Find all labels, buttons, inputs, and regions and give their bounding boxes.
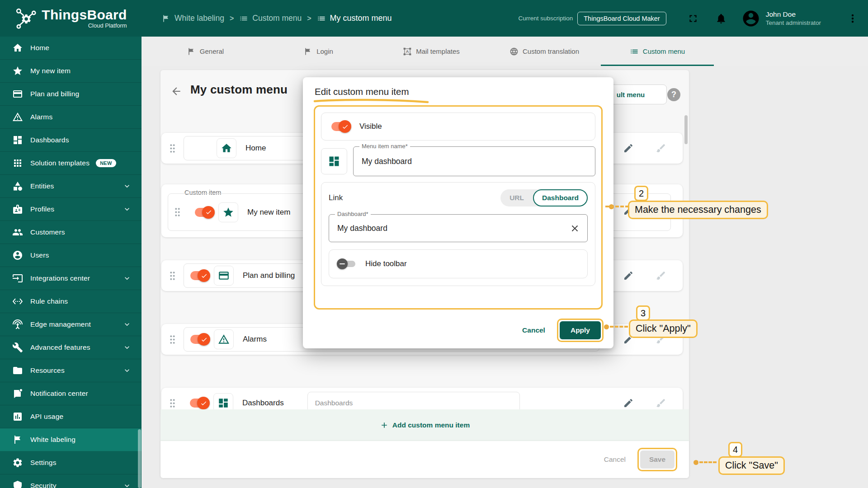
add-custom-menu-item-button[interactable]: Add custom menu item [160,409,689,441]
menu-row-label: Dashboards [242,399,284,408]
visible-toggle[interactable] [190,271,208,280]
fullscreen-icon[interactable] [687,13,699,24]
drag-handle-icon[interactable] [170,271,175,281]
form-annotation-ring: Visible Menu item name* My dashboard Lin… [314,105,603,310]
subscription-chip[interactable]: ThingsBoard Cloud Maker [577,12,666,25]
visible-toggle[interactable] [190,399,208,408]
sidebar-item-notification-center[interactable]: Notification center [0,382,142,405]
breadcrumb-separator: > [307,14,311,23]
brush-icon[interactable] [656,143,666,154]
flag-icon [187,47,196,56]
cancel-button[interactable]: Cancel [604,455,626,464]
tab-custom-menu[interactable]: Custom menu [601,37,714,66]
sheet-footer: Cancel Save [160,441,689,478]
drag-handle-icon[interactable] [175,207,180,217]
visible-toggle[interactable] [190,335,208,344]
new-badge: NEW [96,159,116,167]
sidebar-item-home[interactable]: Home [0,37,142,60]
drag-handle-icon[interactable] [170,399,175,408]
antenna-icon [12,319,23,330]
globe-icon [509,47,519,56]
list-icon [630,47,639,56]
category-icon [12,181,23,192]
visible-toggle[interactable] [195,208,213,217]
dashboard-icon [328,155,340,168]
credit-card-icon[interactable] [214,266,234,286]
sidebar-item-api-usage[interactable]: API usage [0,405,142,428]
sidebar-item-security[interactable]: Security [0,474,142,488]
sidebar: Home My new item Plan and billing Alarms… [0,37,142,488]
star-icon[interactable] [218,202,238,222]
sidebar-scrollbar[interactable] [138,429,141,488]
breadcrumb-white-labeling[interactable]: White labeling [161,14,224,23]
breadcrumb-my-custom-menu[interactable]: My custom menu [317,14,392,23]
sidebar-item-settings[interactable]: Settings [0,451,142,474]
sidebar-item-white-labeling[interactable]: White labeling [0,428,142,451]
minus-icon [340,263,345,265]
link-type-url-option[interactable]: URL [500,194,533,202]
annotation-connector-dot [604,324,609,329]
edit-pencil-icon[interactable] [623,398,634,408]
flag-icon [303,47,312,56]
kebab-menu-icon[interactable] [847,13,858,24]
brush-icon[interactable] [656,270,666,281]
sidebar-item-resources[interactable]: Resources [0,359,142,382]
chevron-down-icon [123,343,132,352]
tab-mail-templates[interactable]: A Mail templates [375,37,488,66]
link-card: Link URL Dashboard Dashboard* My dashboa… [321,182,595,286]
menu-item-icon-button[interactable] [321,148,347,174]
tab-login[interactable]: Login [262,37,375,66]
breadcrumb-custom-menu[interactable]: Custom menu [239,14,302,23]
tab-custom-translation[interactable]: Custom translation [488,37,601,66]
brush-icon[interactable] [656,398,666,408]
notifications-bell-icon[interactable] [715,13,727,24]
annotation-connector-dash [610,326,628,328]
tab-general[interactable]: General [149,37,262,66]
warning-icon [12,112,23,122]
visible-label: Visible [359,122,382,131]
apps-icon [12,158,23,169]
avatar[interactable] [741,9,760,28]
star-icon [12,66,23,76]
check-icon [342,123,349,130]
dialog-cancel-button[interactable]: Cancel [515,322,552,339]
user-role: Tenant administrator [766,19,821,26]
edit-pencil-icon[interactable] [623,143,634,154]
sidebar-item-users[interactable]: Users [0,244,142,267]
menu-item-name-field[interactable]: Menu item name* My dashboard [353,146,595,176]
link-type-dashboard-option[interactable]: Dashboard [533,189,588,206]
badge-icon [12,204,23,215]
sidebar-item-solution-templates[interactable]: Solution templates NEW [0,152,142,175]
drag-handle-icon[interactable] [170,335,175,344]
back-arrow-icon[interactable] [170,85,182,97]
drag-handle-icon[interactable] [170,144,175,153]
check-icon [201,272,208,279]
sidebar-item-rule-chains[interactable]: Rule chains [0,290,142,313]
sidebar-item-alarms[interactable]: Alarms [0,106,142,129]
dashboard-select-field[interactable]: Dashboard* My dashboard [329,214,588,242]
thingsboard-logo[interactable]: ThingsBoard Cloud Platform [0,7,142,30]
sidebar-item-customers[interactable]: Customers [0,221,142,244]
sidebar-item-profiles[interactable]: Profiles [0,198,142,221]
sidebar-item-dashboards[interactable]: Dashboards [0,129,142,152]
hide-toolbar-toggle[interactable] [338,259,355,269]
edit-pencil-icon[interactable] [623,270,634,281]
sidebar-item-edge-management[interactable]: Edge management [0,313,142,336]
warning-icon[interactable] [214,329,234,349]
clear-icon[interactable] [570,223,580,234]
sidebar-item-advanced-features[interactable]: Advanced features [0,336,142,359]
sidebar-item-entities[interactable]: Entities [0,175,142,198]
help-icon[interactable]: ? [667,88,680,101]
home-icon[interactable] [217,138,236,158]
visible-toggle[interactable] [331,122,349,131]
sidebar-item-integrations-center[interactable]: Integrations center [0,267,142,290]
user-info[interactable]: John Doe Tenant administrator [766,10,821,26]
annotation-step-number: 3 [636,305,650,321]
sidebar-item-my-new-item[interactable]: My new item [0,60,142,83]
chart-icon [12,411,23,422]
sidebar-item-plan-and-billing[interactable]: Plan and billing [0,83,142,106]
content-scrollbar[interactable] [684,115,688,144]
apply-button[interactable]: Apply [560,321,601,339]
chevron-down-icon [123,481,132,488]
save-button[interactable]: Save [640,450,675,469]
